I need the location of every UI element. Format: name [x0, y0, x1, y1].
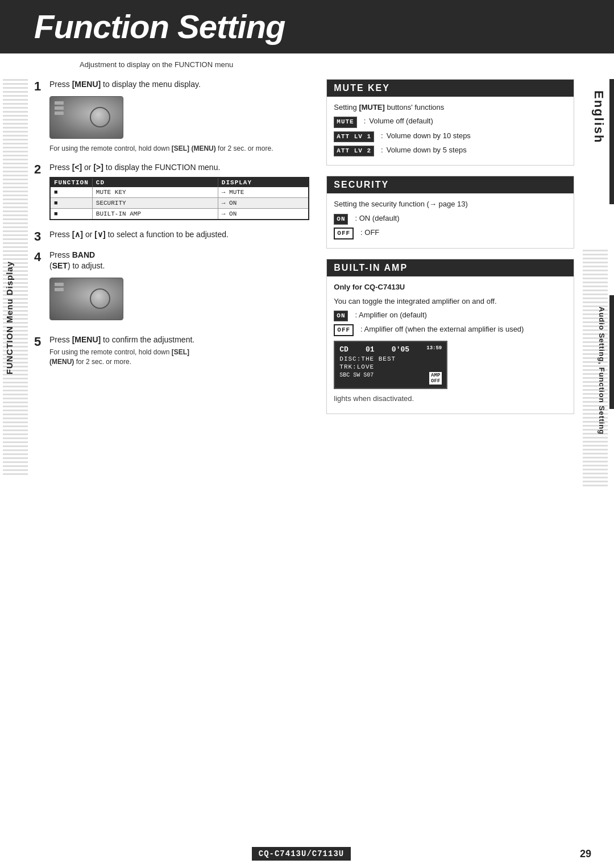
- security-panel: SECURITY Setting the security function (…: [326, 176, 574, 249]
- mute-key-setting-label: Setting [MUTE] buttons' functions: [334, 102, 567, 113]
- menu-row-amp: ■ BUILT-IN AMP → ON: [50, 208, 309, 220]
- steps-column: 1 Press [MENU] to display the menu displ…: [37, 79, 315, 424]
- cd-bottom-row: SBC SW S07 AMPOFF: [339, 372, 442, 385]
- step-3-text: Press [∧] or [∨] to select a function to…: [49, 229, 309, 241]
- mute-lcd-1: MUTE: [334, 116, 359, 127]
- step-1-content: Press [MENU] to display the menu display…: [49, 79, 309, 153]
- cd-label: CD: [339, 345, 349, 354]
- mute-desc-2: Volume down by 10 steps: [387, 131, 471, 141]
- menu-col-function: FUNCTION: [50, 177, 92, 187]
- security-setting-label: Setting the security function (→ page 13…: [334, 199, 567, 209]
- step-5-number: 5: [34, 334, 41, 349]
- cd-bottom-left: SBC SW S07: [339, 372, 374, 385]
- step-5-content: Press [MENU] to confirm the adjustment. …: [49, 334, 309, 367]
- cd-screen-top-row: CD 01 0'05 13:59: [339, 345, 442, 354]
- english-text: English: [591, 90, 606, 143]
- right-sidebar-bar: [609, 295, 614, 409]
- device-image-2: [49, 278, 123, 320]
- step-3-content: Press [∧] or [∨] to select a function to…: [49, 229, 309, 241]
- step-2-content: Press [<] or [>] to display the FUNCTION…: [49, 162, 309, 220]
- security-desc-off: : OFF: [360, 228, 379, 238]
- english-bar: [609, 79, 614, 204]
- amp-lcd-off: OFF: [334, 324, 356, 336]
- mute-key-header: MUTE KEY: [327, 80, 574, 97]
- built-in-amp-panel: BUILT-IN AMP Only for CQ-C7413U You can …: [326, 259, 574, 414]
- amp-subtitle: Only for CQ-C7413U: [334, 282, 567, 292]
- mute-option-1: MUTE : Volume off (default): [334, 116, 567, 127]
- amp-intro: You can toggle the integrated amplifier …: [334, 296, 567, 307]
- page-title: Function Setting: [34, 10, 591, 43]
- amp-desc-off: : Amplifier off (when the external ampli…: [360, 324, 524, 334]
- menu-cell-bullet-2: ■: [50, 197, 92, 208]
- mute-desc-3: Volume down by 5 steps: [387, 145, 467, 155]
- built-in-amp-body: Only for CQ-C7413U You can toggle the in…: [327, 276, 574, 413]
- step-4-content: Press BAND(SET) to adjust.: [49, 250, 309, 325]
- security-lcd-off: OFF: [334, 228, 356, 239]
- step-4: 4 Press BAND(SET) to adjust.: [37, 250, 309, 325]
- menu-cell-security: SECURITY: [92, 197, 218, 208]
- amp-option-off: OFF : Amplifier off (when the external a…: [334, 324, 567, 336]
- step-2-number: 2: [34, 162, 41, 177]
- mute-lcd-2: ATT LV 1: [334, 131, 376, 142]
- mute-key-body: Setting [MUTE] buttons' functions MUTE :…: [327, 97, 574, 165]
- step-4-number: 4: [34, 250, 41, 264]
- cd-track: 01: [366, 345, 375, 354]
- step-5: 5 Press [MENU] to confirm the adjustment…: [37, 334, 309, 367]
- step-2: 2 Press [<] or [>] to display the FUNCTI…: [37, 162, 309, 220]
- step-2-text: Press [<] or [>] to display the FUNCTION…: [49, 162, 309, 173]
- security-body: Setting the security function (→ page 13…: [327, 193, 574, 248]
- amp-option-on: ON : Amplifier on (default): [334, 310, 567, 321]
- built-in-amp-header: BUILT-IN AMP: [327, 259, 574, 276]
- step-5-text: Press [MENU] to confirm the adjustment.: [49, 334, 309, 346]
- panels-column: MUTE KEY Setting [MUTE] buttons' functio…: [326, 79, 574, 424]
- left-sidebar-label: FUNCTION Menu Display: [5, 261, 14, 374]
- mute-desc-1: Volume off (default): [369, 116, 433, 126]
- cd-time: 0'05: [392, 345, 409, 354]
- step-3: 3 Press [∧] or [∨] to select a function …: [37, 229, 309, 241]
- device-image-1: [49, 96, 123, 139]
- cd-track-row: TRK:LOVE: [339, 363, 442, 370]
- mute-lcd-3: ATT LV 2: [334, 145, 376, 156]
- model-badge: CQ-C7413U/C7113U: [252, 847, 351, 861]
- menu-cell-amp-val: → ON: [218, 208, 309, 220]
- step-1-text: Press [MENU] to display the menu display…: [49, 79, 309, 90]
- menu-row-mute: ■ MUTE KEY → MUTE: [50, 187, 309, 198]
- page-number: 29: [580, 848, 591, 860]
- mute-option-2: ATT LV 1 : Volume down by 10 steps: [334, 131, 567, 142]
- lights-note: lights when disactivated.: [334, 394, 567, 404]
- right-sidebar-label: Audio Setting, Function Setting: [598, 307, 606, 435]
- amp-desc-on: : Amplifier on (default): [355, 310, 426, 320]
- cd-screen-display: CD 01 0'05 13:59 DISC:THE BEST TRK:LOVE …: [334, 341, 447, 389]
- function-menu-table: FUNCTION CD DISPLAY ■ MUTE KEY → MUTE: [49, 177, 309, 220]
- menu-col-cd: CD: [92, 177, 218, 187]
- security-desc-on: : ON (default): [355, 213, 399, 224]
- right-sidebar: Audio Setting, Function Setting: [583, 250, 614, 489]
- security-lcd-on: ON: [334, 213, 350, 225]
- menu-cell-mute-key: MUTE KEY: [92, 187, 218, 198]
- left-sidebar: FUNCTION Menu Display: [0, 79, 31, 847]
- menu-cell-bullet-3: ■: [50, 208, 92, 220]
- menu-row-security: ■ SECURITY → ON: [50, 197, 309, 208]
- step-1-note: For using the remote control, hold down …: [49, 144, 309, 154]
- amp-off-badge: AMPOFF: [429, 372, 442, 385]
- amp-lcd-on: ON: [334, 310, 350, 321]
- mute-key-panel: MUTE KEY Setting [MUTE] buttons' functio…: [326, 79, 574, 166]
- content-area: 1 Press [MENU] to display the menu displ…: [31, 79, 614, 847]
- step-5-note: For using the remote control, hold down …: [49, 348, 309, 367]
- cd-clock: 13:59: [426, 345, 442, 354]
- step-3-number: 3: [34, 229, 41, 244]
- cd-disc-row: DISC:THE BEST: [339, 356, 442, 362]
- menu-col-display: DISPLAY: [218, 177, 309, 187]
- security-header: SECURITY: [327, 176, 574, 193]
- step-4-text: Press BAND(SET) to adjust.: [49, 250, 309, 272]
- page-footer: CQ-C7413U/C7113U 29: [0, 840, 614, 868]
- security-option-on: ON : ON (default): [334, 213, 567, 225]
- step-1: 1 Press [MENU] to display the menu displ…: [37, 79, 309, 153]
- menu-cell-security-val: → ON: [218, 197, 309, 208]
- mute-option-3: ATT LV 2 : Volume down by 5 steps: [334, 145, 567, 156]
- two-col-layout: 1 Press [MENU] to display the menu displ…: [37, 79, 574, 424]
- menu-cell-bullet-1: ■: [50, 187, 92, 198]
- menu-cell-mute-val: → MUTE: [218, 187, 309, 198]
- page-subtitle: Adjustment to display on the FUNCTION me…: [0, 60, 614, 69]
- english-sidebar: English: [583, 79, 614, 250]
